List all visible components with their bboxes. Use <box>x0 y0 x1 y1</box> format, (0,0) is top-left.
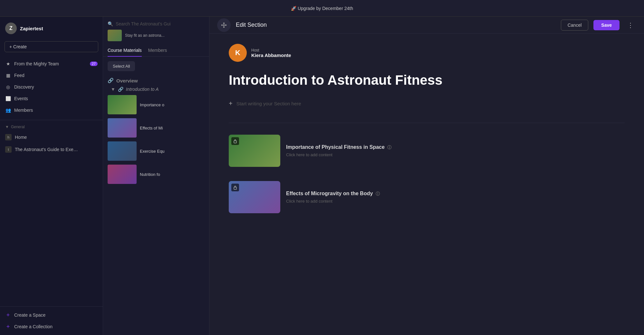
events-icon: ⬜ <box>5 96 11 101</box>
select-all-button[interactable]: Select All <box>108 61 135 71</box>
content-cards-section: Importance of Physical Fitness in Space … <box>229 131 625 217</box>
sub-link-icon: 🔗 <box>118 87 123 92</box>
sidebar-item-astronaut-guide[interactable]: t The Astronaut's Guide to Exercis <box>0 143 103 156</box>
search-icon: 🔍 <box>108 21 113 26</box>
card-info-1: Importance of Physical Fitness in Space … <box>286 144 391 157</box>
nav-label-feed: Feed <box>14 73 24 78</box>
search-area: 🔍 Search The Astronaut's Gui <box>103 17 209 26</box>
content-card-1: Importance of Physical Fitness in Space … <box>229 131 625 171</box>
link-icon: 🔗 <box>108 78 114 83</box>
course-thumb-2 <box>108 118 137 138</box>
general-section-label: ▼ General <box>0 123 103 131</box>
create-button[interactable]: + Create <box>5 41 98 52</box>
intro-section-label: Introduction to A <box>126 87 159 92</box>
list-item-2[interactable]: Effects of Mi <box>103 116 209 139</box>
sidebar-item-members[interactable]: 👥 Members <box>0 104 103 116</box>
discovery-icon: ◎ <box>5 84 11 90</box>
tab-course-materials[interactable]: Course Materials <box>108 44 142 57</box>
course-thumbnail-row: Stay fit as an astrona... <box>103 26 209 44</box>
members-icon: 👥 <box>5 107 11 113</box>
svg-rect-1 <box>234 187 236 189</box>
chevron-right-icon: ▼ <box>111 87 115 92</box>
course-thumb-1 <box>108 95 137 114</box>
sidebar-header: Z Zapiertest <box>0 17 103 40</box>
sidebar-item-from-mighty-team[interactable]: ★ From the Mighty Team 27 <box>0 58 103 70</box>
card-subtitle-2[interactable]: Click here to add content <box>286 199 380 204</box>
nav-label-members: Members <box>14 108 33 113</box>
list-item-4[interactable]: Nutrition fo <box>103 163 209 186</box>
host-avatar: K <box>229 44 247 62</box>
info-icon-1: ⓘ <box>387 145 391 150</box>
nav-label-discovery: Discovery <box>14 84 34 90</box>
tab-members[interactable]: Members <box>148 44 167 57</box>
edit-body: K Host Kiera Abbamonte Introduction to A… <box>209 34 644 335</box>
item-label-1: Importance o <box>140 102 164 107</box>
chevron-down-icon: ▼ <box>5 125 9 129</box>
create-space-label: Create a Space <box>14 312 45 318</box>
upgrade-text: 🚀 Upgrade by December 24th <box>291 6 353 11</box>
list-item[interactable]: Importance o <box>103 93 209 116</box>
course-thumb-small <box>108 30 122 41</box>
card-thumb-1 <box>229 135 280 167</box>
course-subtitle: Stay fit as an astrona... <box>125 33 165 38</box>
card-info-2: Effects of Microgravity on the Body ⓘ Cl… <box>286 191 380 204</box>
host-name: Kiera Abbamonte <box>251 53 291 58</box>
main-layout: Z Zapiertest + Create ★ From the Mighty … <box>0 17 644 335</box>
nav-label-guide: The Astronaut's Guide to Exercis <box>15 147 79 152</box>
drag-icon[interactable] <box>217 18 231 32</box>
sidebar: Z Zapiertest + Create ★ From the Mighty … <box>0 17 103 335</box>
edit-panel: Edit Section Cancel Save ⋮ K Host Kiera … <box>209 17 644 335</box>
sidebar-item-home[interactable]: h Home <box>0 131 103 143</box>
host-row: K Host Kiera Abbamonte <box>229 44 625 62</box>
guide-icon: t <box>5 146 12 153</box>
course-thumb-3 <box>108 141 137 161</box>
nav-label-events: Events <box>14 96 28 101</box>
create-space-item[interactable]: + Create a Space <box>0 309 103 321</box>
card-title-2: Effects of Microgravity on the Body ⓘ <box>286 191 380 197</box>
card-title-1: Importance of Physical Fitness in Space … <box>286 144 391 150</box>
search-bar[interactable]: 🔍 Search The Astronaut's Gui <box>108 21 205 26</box>
lock-icon-2 <box>231 184 239 191</box>
sidebar-item-feed[interactable]: ▦ Feed <box>0 70 103 81</box>
create-space-icon: + <box>5 312 11 318</box>
svg-rect-0 <box>234 141 236 143</box>
intro-section-row: ▼ 🔗 Introduction to A <box>103 85 209 93</box>
overview-label-row: 🔗 Overview <box>103 76 209 85</box>
item-label-2: Effects of Mi <box>140 126 163 130</box>
sidebar-item-events[interactable]: ⬜ Events <box>0 93 103 104</box>
add-content-row[interactable]: + Start writing your Section here <box>229 97 625 110</box>
item-label-4: Nutrition fo <box>140 172 160 177</box>
org-name: Zapiertest <box>20 26 43 31</box>
star-icon: ★ <box>5 61 11 67</box>
course-thumb-4 <box>108 165 137 184</box>
nav-label-home: Home <box>15 135 27 140</box>
section-main-title: Introduction to Astronaut Fitness <box>229 72 625 88</box>
nav-section-main: ★ From the Mighty Team 27 ▦ Feed ◎ Disco… <box>0 57 103 117</box>
lock-icon-1 <box>231 137 239 145</box>
edit-section-title: Edit Section <box>236 22 556 28</box>
feed-icon: ▦ <box>5 72 11 78</box>
nav-label-from-mighty: From the Mighty Team <box>14 61 59 66</box>
section-placeholder: Start writing your Section here <box>236 101 301 106</box>
cancel-button[interactable]: Cancel <box>561 20 589 31</box>
card-subtitle-1[interactable]: Click here to add content <box>286 152 391 157</box>
section-divider <box>229 123 625 123</box>
content-card-2: Effects of Microgravity on the Body ⓘ Cl… <box>229 177 625 217</box>
item-label-3: Exercise Equ <box>140 149 165 154</box>
sidebar-item-discovery[interactable]: ◎ Discovery <box>0 81 103 93</box>
create-collection-item[interactable]: + Create a Collection <box>0 321 103 332</box>
create-collection-label: Create a Collection <box>14 324 53 329</box>
create-collection-icon: + <box>5 324 11 330</box>
home-icon: h <box>5 134 12 140</box>
save-button[interactable]: Save <box>593 20 620 30</box>
nav-badge-mighty: 27 <box>90 62 98 66</box>
top-bar: 🚀 Upgrade by December 24th <box>0 0 644 17</box>
content-tabs: Course Materials Members <box>103 44 209 57</box>
nav-divider <box>0 120 103 120</box>
sidebar-bottom: + Create a Space + Create a Collection <box>0 306 103 335</box>
more-options-button[interactable]: ⋮ <box>625 20 636 30</box>
info-icon-2: ⓘ <box>376 191 380 196</box>
list-item-3[interactable]: Exercise Equ <box>103 139 209 163</box>
card-thumb-2 <box>229 181 280 213</box>
host-info: Host Kiera Abbamonte <box>251 48 291 58</box>
